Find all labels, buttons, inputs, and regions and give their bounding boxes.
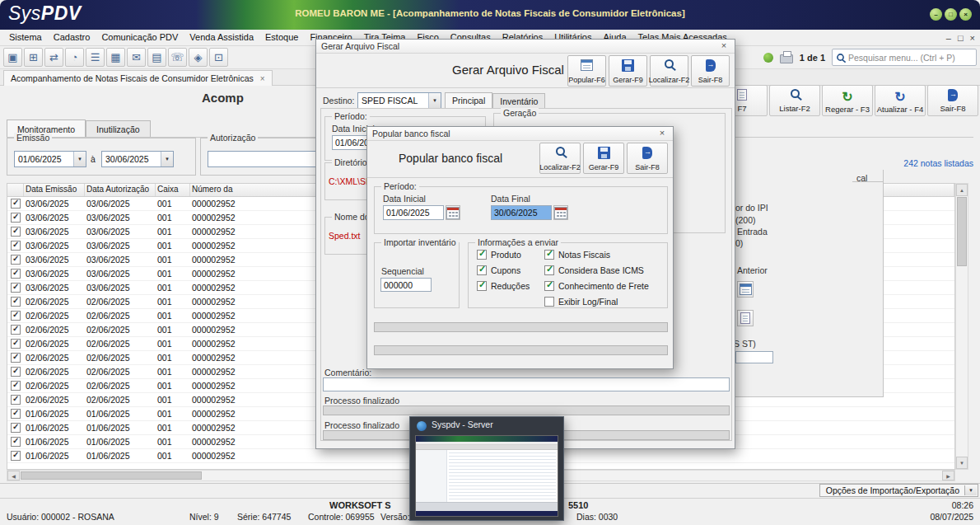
menu-item[interactable]: Venda Assistida	[184, 30, 259, 45]
data-inicial-field[interactable]: 01/06/2025	[383, 205, 444, 220]
row-checkbox[interactable]	[11, 213, 21, 223]
sequencial-input[interactable]	[380, 278, 432, 292]
calendar-button[interactable]	[553, 205, 568, 220]
toolbar-button[interactable]: ✉	[127, 48, 146, 67]
checkbox-icon[interactable]	[477, 250, 487, 260]
dialog-button[interactable]: Popular-F6	[567, 55, 606, 87]
action-button[interactable]: Sair-F8	[927, 85, 978, 116]
row-checkbox[interactable]	[11, 255, 21, 265]
chevron-down-icon[interactable]	[73, 152, 86, 166]
toolbar-button[interactable]: ☏	[168, 48, 187, 67]
row-checkbox[interactable]	[11, 297, 21, 307]
checkbox-row[interactable]: Exibir Log/Final	[544, 297, 618, 307]
dialog-button[interactable]: Sair-F8	[691, 55, 730, 87]
toolbar-button[interactable]: ⇄	[44, 48, 63, 67]
menu-item[interactable]: Comunicação PDV	[96, 30, 184, 45]
dialog-button[interactable]: Localizar-F2	[650, 55, 688, 87]
scrollbar-thumb[interactable]	[957, 197, 967, 266]
toolbar-button[interactable]: ▦	[106, 48, 125, 67]
chevron-down-icon[interactable]	[428, 93, 441, 108]
toolbar-button[interactable]: ◈	[189, 48, 208, 67]
row-checkbox[interactable]	[11, 325, 21, 335]
scroll-right-icon[interactable]: ▶	[942, 471, 954, 480]
emissao-date-from-combo[interactable]: 01/06/2025	[14, 151, 86, 167]
panel-input[interactable]	[735, 351, 773, 363]
export-options-button[interactable]: Opções de Importação/Exportação	[819, 484, 978, 497]
close-icon[interactable]: ×	[656, 128, 668, 138]
dialog-button[interactable]: Sair-F8	[627, 143, 668, 174]
menu-item[interactable]: Estoque	[259, 30, 304, 45]
row-checkbox[interactable]	[11, 437, 21, 447]
printer-icon[interactable]	[780, 54, 793, 63]
mdi-minimize-button[interactable]: –	[946, 30, 951, 45]
mdi-close-button[interactable]: ×	[970, 30, 975, 45]
row-checkbox[interactable]	[11, 381, 21, 391]
toolbar-button[interactable]: ⊞	[24, 48, 43, 67]
row-checkbox[interactable]	[11, 283, 21, 293]
tab-inutilizacao[interactable]: Inutilização	[86, 120, 151, 138]
row-checkbox[interactable]	[11, 311, 21, 321]
calendar-button[interactable]	[446, 205, 460, 220]
checkbox-icon[interactable]	[544, 265, 554, 275]
row-checkbox[interactable]	[11, 353, 21, 363]
taskbar-preview[interactable]: Syspdv - Server	[409, 416, 564, 521]
row-checkbox[interactable]	[11, 227, 21, 237]
vertical-scrollbar[interactable]: ▲ ▼	[955, 183, 968, 470]
tab-principal[interactable]: Principal	[445, 92, 492, 108]
toolbar-button[interactable]: ☰	[86, 48, 105, 67]
menu-item[interactable]: Sistema	[3, 30, 48, 45]
scroll-down-icon[interactable]: ▼	[956, 457, 968, 469]
dialog-button[interactable]: Gerar-F9	[609, 55, 647, 87]
panel-button[interactable]	[737, 310, 754, 326]
action-button[interactable]: Atualizar - F4	[875, 85, 926, 116]
dialog-titlebar[interactable]: Gerar Arquivo Fiscal ×	[316, 40, 735, 54]
comentario-input[interactable]	[323, 377, 730, 391]
col-header-caixa[interactable]: Caixa	[156, 184, 190, 196]
chevron-down-icon[interactable]	[161, 152, 173, 166]
checkbox-row[interactable]: Considera Base ICMS	[544, 265, 644, 275]
dialog-titlebar[interactable]: Popular banco fiscal ×	[367, 127, 673, 141]
dialog-button[interactable]: Localizar-F2	[539, 143, 581, 174]
checkbox-row[interactable]: Reduções	[477, 281, 530, 291]
col-header-data-emissao[interactable]: Data Emissão	[24, 184, 85, 196]
data-final-field[interactable]: 30/06/2025	[491, 205, 552, 220]
action-button[interactable]: Listar-F2	[769, 85, 820, 116]
toolbar-button[interactable]: ▣	[3, 48, 22, 67]
checkbox-icon[interactable]	[544, 297, 554, 307]
checkbox-row[interactable]: Notas Fiscais	[544, 250, 610, 260]
checkbox-icon[interactable]	[477, 265, 487, 275]
tab-close-icon[interactable]: ×	[260, 74, 265, 83]
row-checkbox[interactable]	[11, 339, 21, 349]
tab-acompanhamento[interactable]: Acompanhamento de Notas Fiscais de Consu…	[3, 70, 273, 86]
checkbox-icon[interactable]	[544, 281, 554, 291]
close-icon[interactable]: ×	[718, 40, 730, 50]
mdi-restore-button[interactable]: □	[958, 30, 964, 45]
checkbox-row[interactable]: Conhecimento de Frete	[544, 281, 649, 291]
checkbox-icon[interactable]	[544, 250, 554, 260]
row-checkbox[interactable]	[11, 451, 21, 461]
row-checkbox[interactable]	[11, 395, 21, 405]
scrollbar-thumb[interactable]	[21, 471, 202, 480]
scroll-left-icon[interactable]: ◀	[7, 471, 20, 480]
col-header-data-autorizacao[interactable]: Data Autorização	[85, 184, 156, 196]
checkbox-row[interactable]: Cupons	[477, 265, 520, 275]
action-button[interactable]: Regerar - F3	[822, 85, 873, 116]
close-button[interactable]: ×	[959, 8, 972, 21]
restore-button[interactable]: □	[945, 8, 957, 21]
row-checkbox[interactable]	[11, 409, 21, 419]
checkbox-row[interactable]: Produto	[477, 250, 521, 260]
dialog-button[interactable]: Gerar-F9	[583, 143, 624, 174]
row-checkbox[interactable]	[11, 199, 21, 209]
minimize-button[interactable]: –	[930, 8, 942, 21]
panel-button[interactable]	[737, 281, 754, 298]
menu-item[interactable]: Cadastro	[48, 30, 96, 45]
scroll-up-icon[interactable]: ▲	[956, 184, 968, 196]
toolbar-button[interactable]: ▤	[147, 48, 166, 67]
chevron-down-icon[interactable]	[964, 485, 977, 495]
row-checkbox[interactable]	[11, 241, 21, 251]
menu-search-input[interactable]	[848, 53, 973, 63]
row-checkbox[interactable]	[11, 423, 21, 433]
tab-inventario[interactable]: Inventário	[492, 93, 545, 108]
destino-select[interactable]: SPED FISCAL	[357, 92, 441, 109]
toolbar-button[interactable]: ⊡	[209, 48, 228, 67]
